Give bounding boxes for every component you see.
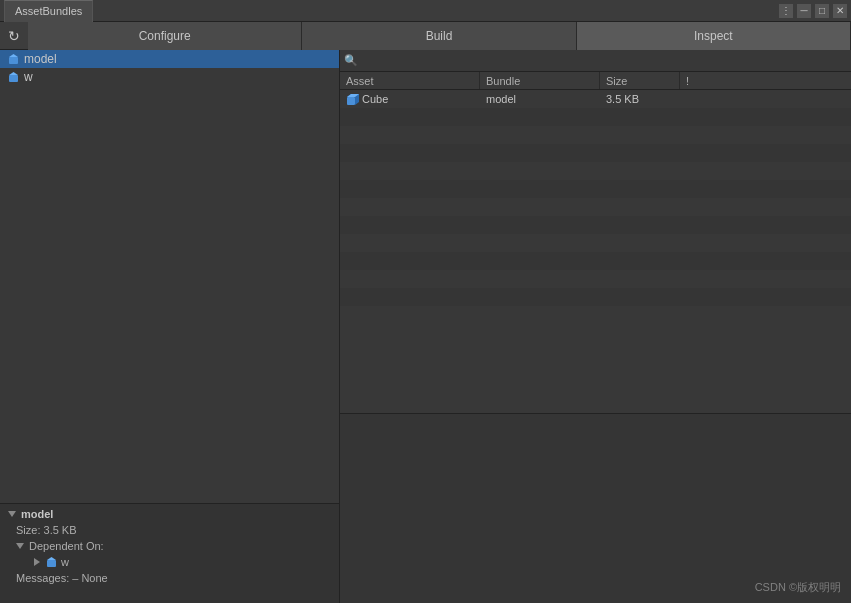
col-header-flag[interactable]: ! [680,72,700,89]
info-messages: Messages: – None [8,570,331,586]
col-size-label: Size [606,75,627,87]
dep-item-arrow-icon [34,558,40,566]
table-row-empty-8 [340,234,851,252]
title-controls: ⋮ ─ □ ✕ [779,4,847,18]
dep-item-label: w [61,554,69,570]
bundle-item-model-label: model [24,52,57,66]
info-dependent-section: Dependent On: w [8,538,331,570]
dependent-arrow-icon [16,543,24,549]
cell-bundle-label-0: model [486,93,516,105]
col-header-asset[interactable]: Asset [340,72,480,89]
info-size: Size: 3.5 KB [8,522,331,538]
tab-build-label: Build [426,29,453,43]
col-flag-label: ! [686,75,689,87]
right-panel: 🔍 Asset Bundle Size ! [340,50,851,603]
table-row-0[interactable]: Cube model 3.5 KB [340,90,851,108]
main-layout: model w model Size: 3.5 KB [0,50,851,603]
table-row-empty-3 [340,144,851,162]
close-button[interactable]: ✕ [833,4,847,18]
title-tab[interactable]: AssetBundles [4,0,93,22]
svg-rect-0 [9,57,18,64]
search-bar: 🔍 [340,50,851,72]
info-dependent-header: Dependent On: [16,538,331,554]
svg-marker-5 [47,557,56,560]
tab-configure-label: Configure [139,29,191,43]
maximize-button[interactable]: □ [815,4,829,18]
title-tab-label: AssetBundles [15,5,82,17]
menu-button[interactable]: ⋮ [779,4,793,18]
dep-item-icon [45,556,58,569]
info-dependent-label: Dependent On: [29,538,104,554]
table-header: Asset Bundle Size ! [340,72,851,90]
cell-size-label-0: 3.5 KB [606,93,639,105]
svg-rect-6 [347,97,355,105]
tab-inspect[interactable]: Inspect [577,22,851,50]
col-header-bundle[interactable]: Bundle [480,72,600,89]
bundle-item-model[interactable]: model [0,50,339,68]
info-dependent-item: w [16,554,331,570]
detail-panel [340,413,851,603]
table-row-empty-6 [340,198,851,216]
svg-marker-3 [9,72,18,75]
info-bundle-name: model [21,508,53,520]
bundle-icon-w [6,70,20,84]
table-row-empty-7 [340,216,851,234]
tab-build[interactable]: Build [302,22,576,50]
bundle-list: model w [0,50,339,503]
title-bar: AssetBundles ⋮ ─ □ ✕ [0,0,851,22]
bundle-item-w-label: w [24,70,33,84]
toolbar: ↻ Configure Build Inspect [0,22,851,50]
table-row-empty-11 [340,288,851,306]
col-asset-label: Asset [346,75,374,87]
svg-marker-1 [9,54,18,57]
minimize-button[interactable]: ─ [797,4,811,18]
bundle-icon-model [6,52,20,66]
table-row-empty-5 [340,180,851,198]
info-arrow-icon [8,511,16,517]
search-input[interactable] [362,55,847,67]
cell-asset-0: Cube [340,93,480,106]
info-title: model [8,508,331,520]
cube-icon [346,93,359,106]
bundle-item-w[interactable]: w [0,68,339,86]
svg-rect-2 [9,75,18,82]
cell-size-0: 3.5 KB [600,93,680,105]
tab-configure[interactable]: Configure [28,22,302,50]
svg-rect-4 [47,560,56,567]
search-icon: 🔍 [344,54,358,67]
refresh-button[interactable]: ↻ [0,22,28,50]
table-row-empty-1 [340,108,851,126]
asset-table: Asset Bundle Size ! [340,72,851,413]
col-header-size[interactable]: Size [600,72,680,89]
table-row-empty-9 [340,252,851,270]
col-bundle-label: Bundle [486,75,520,87]
table-row-empty-12 [340,306,851,324]
cell-bundle-0: model [480,93,600,105]
table-row-empty-4 [340,162,851,180]
info-panel: model Size: 3.5 KB Dependent On: w Messa… [0,503,339,603]
table-row-empty-10 [340,270,851,288]
cell-asset-label-0: Cube [362,93,388,105]
left-panel: model w model Size: 3.5 KB [0,50,340,603]
table-row-empty-2 [340,126,851,144]
tab-inspect-label: Inspect [694,29,733,43]
